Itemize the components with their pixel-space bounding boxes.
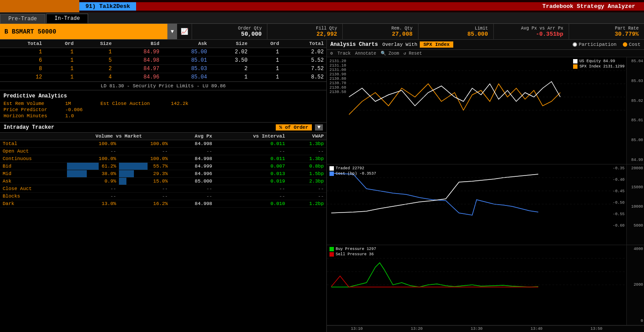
it-mkt: 29.3% [119, 170, 170, 178]
pred-label2 [100, 107, 171, 112]
stat-value-rem-qty: 27,008 [392, 31, 413, 37]
it-mkt: 100.0% [119, 140, 170, 148]
legend-label-traded: Traded 22792 [336, 166, 364, 171]
it-vwap: 2.3bp [288, 178, 326, 185]
stat-label-avg-px: Avg Px vs Arr Px [521, 26, 563, 31]
chart1-left-y-axis: 2131.202131.102131.002130.902130.802130.… [329, 59, 346, 94]
pred-value: 1.0 [65, 113, 100, 119]
it-label: Mid [0, 170, 67, 178]
overlay-label: Overlay With [382, 42, 417, 47]
overlay-input[interactable]: SPX Index [420, 41, 453, 48]
ob-cell-total-l: 12 [0, 73, 44, 82]
intraday-filter[interactable]: % of Order [276, 124, 312, 131]
pred-label2 [100, 113, 171, 119]
ob-cell-ask: 85.03 [162, 65, 210, 73]
predictive-analytics: Predictive Analytics Est Rem Volume 1M E… [0, 90, 326, 123]
app-title: Tradebook Strategy Analyzer [136, 2, 644, 11]
ob-cell-total-r: 7.52 [282, 65, 326, 73]
toolbar-annotate[interactable]: Annotate [355, 51, 376, 56]
it-vol: 61.2% [67, 163, 118, 170]
legend-label-sell: Sell Pressure 36 [336, 252, 374, 257]
it-avgpx: 84.998 [170, 155, 215, 163]
pred-value2: 142.2k [171, 101, 189, 106]
it-vol: -- [67, 185, 118, 193]
it-label: Dark [0, 200, 67, 208]
right-panel: Analysis Charts Overlay With SPX Index P… [327, 40, 644, 332]
it-mkt: -- [119, 148, 170, 155]
ob-cell-ask: 85.00 [162, 48, 210, 56]
it-row-1: Open Auct -- -- -- -- -- [0, 148, 326, 155]
ob-cell-total-l: 1 [0, 48, 44, 56]
tab-intrade[interactable]: In-Trade [46, 14, 89, 23]
stat-rem-qty: Rem. Qty 27,008 [342, 24, 418, 39]
order-stats: Order Qty 50,000 Fill Qty 22,992 Rem. Qt… [192, 24, 644, 39]
it-avgpx: 85.000 [170, 178, 215, 185]
x-label-1350: 13:50 [590, 327, 602, 331]
chart2-y-axis: 2000015000100005000 [626, 164, 644, 245]
order-info-row: B BSMART 50000 ▼ 📈 Order Qty 50,000 Fill… [0, 24, 644, 40]
cost-option[interactable]: Cost [623, 42, 640, 47]
chart-toolbar: ⚙ Track Annotate 🔍 Zoom ↺ Reset [327, 50, 644, 57]
ob-cell-size-r: 2 [210, 65, 250, 73]
toolbar-track[interactable]: Track [337, 51, 351, 56]
ob-cell-size-r: 3.50 [210, 56, 250, 65]
pred-row-0: Est Rem Volume 1M Est Close Auction 142.… [4, 101, 323, 106]
intraday-header: Intraday Tracker % of Order ▼ [0, 123, 326, 133]
it-label: Ask [0, 178, 67, 185]
ob-cell-ord-l: 1 [44, 65, 76, 73]
ob-cell-size-l: 2 [76, 65, 115, 73]
it-vol: 38.0% [67, 170, 118, 178]
ob-header-bid: Bid [115, 40, 162, 48]
participation-radio[interactable] [573, 42, 577, 47]
intraday-filter-dropdown[interactable]: ▼ [315, 124, 323, 131]
ob-header-ord-l: Ord [44, 40, 76, 48]
legend-label-us: US Equity 84.99 [579, 59, 615, 63]
stat-label-part-rate: Part Rate [615, 26, 639, 31]
it-vwap: -- [288, 185, 326, 193]
ob-header-size-l: Size [76, 40, 115, 48]
talk2desk-button[interactable]: 91) Talk2Desk [79, 2, 136, 11]
tab-pretrade[interactable]: Pre-Trade [0, 14, 45, 23]
x-label-1340: 13:40 [530, 327, 542, 331]
ob-cell-bid: 84.96 [115, 73, 162, 82]
it-mkt: -- [119, 193, 170, 200]
cost-radio[interactable] [623, 42, 627, 47]
us-equity-line [349, 82, 560, 106]
it-row-0: Total 100.0% 100.0% 84.998 0.011 1.3bp [0, 140, 326, 148]
it-vwap: 1.5bp [288, 170, 326, 178]
ob-cell-ask: 85.04 [162, 73, 210, 82]
ob-cell-bid: 84.98 [115, 56, 162, 65]
ob-header-ask: Ask [162, 40, 210, 48]
chart3-legend: Buy Pressure 1297 Sell Pressure 36 [329, 247, 376, 257]
order-name-dropdown[interactable]: ▼ [167, 24, 177, 39]
chart3-y-axis: 400020000 [626, 245, 644, 325]
intraday-title: Intraday Tracker [4, 124, 54, 131]
participation-option[interactable]: Participation [573, 42, 617, 47]
legend-color-buy [329, 247, 334, 251]
it-mkt: -- [119, 185, 170, 193]
pred-label2: Est Close Auction [100, 101, 171, 106]
ob-header-total-l: Total [0, 40, 44, 48]
chart-controls: Participation Cost [573, 42, 640, 47]
stat-label-order-qty: Order Qty [238, 26, 262, 31]
it-vol: 0.9% [67, 178, 118, 185]
it-label: Open Auct [0, 148, 67, 155]
order-chart-icon[interactable]: 📈 [177, 28, 192, 35]
ob-cell-total-l: 6 [0, 56, 44, 65]
it-header-interval: vs Interval [215, 133, 288, 140]
ob-cell-ask: 85.01 [162, 56, 210, 65]
chart2: Traded 22792 Cost (bp) -0.3537 [327, 164, 644, 245]
toolbar-zoom[interactable]: 🔍 Zoom [381, 51, 399, 56]
it-row-8: Dark 13.0% 16.2% 84.998 0.010 1.2bp [0, 200, 326, 208]
legend-color-traded [329, 166, 334, 171]
charts-title: Analysis Charts [330, 41, 378, 48]
stat-label-fill-qty: Fill Qty [316, 26, 337, 31]
it-label: Continuous [0, 155, 67, 163]
ob-header-ord-r: Ord [250, 40, 282, 48]
legend-label-spx: SPX Index 2131.1299 [579, 64, 625, 69]
toolbar-reset[interactable]: ↺ Reset [403, 51, 422, 56]
chart3: Buy Pressure 1297 Sell Pressure 36 [327, 245, 644, 326]
pred-row-2: Horizon Minutes 1.0 [4, 113, 323, 119]
participation-label: Participation [579, 42, 617, 47]
x-label-1330: 13:30 [470, 327, 482, 331]
